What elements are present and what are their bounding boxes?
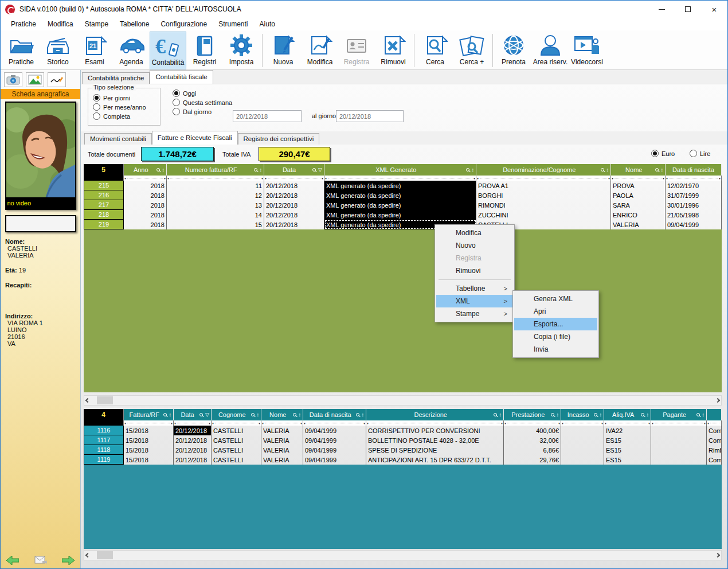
minimize-button[interactable] — [648, 1, 675, 18]
services-hscrollbar[interactable] — [84, 550, 722, 560]
radio-per-giorni[interactable]: Per giorni — [93, 94, 160, 102]
toolbar-button-area-riservata[interactable]: Area riserv. — [532, 32, 569, 69]
toolbar-button-nuova[interactable]: Nuova — [265, 32, 302, 69]
scroll-thumb[interactable] — [97, 396, 113, 404]
table-row[interactable]: 111915/201820/12/2018CASTELLIVALERIA09/0… — [84, 455, 722, 465]
toolbar-button-esami[interactable]: 21 Esami — [76, 32, 113, 69]
menu-stampe[interactable]: Stampe — [79, 19, 114, 29]
column-header-prestazione[interactable]: Prestazione — [504, 409, 561, 420]
previous-record-button[interactable] — [6, 556, 19, 565]
table-row[interactable]: 21720181320/12/2018XML generato (da sped… — [84, 200, 722, 210]
menu-configurazione[interactable]: Configurazione — [155, 19, 213, 29]
submenu-apri[interactable]: Apri — [514, 305, 597, 318]
column-header-data-nascita[interactable]: Data di nascita — [666, 164, 722, 176]
tab-contabilita-pratiche[interactable]: Contabilità pratiche — [82, 72, 150, 84]
radio-per-mese-anno[interactable]: Per mese/anno — [93, 103, 160, 111]
filter-row[interactable]: ▾▾ ▾▾ ▾▾ ▾▾ ▾▾ ▾▾ ▾▾ ▾▾ ▾▾ ▾▾ ▾ — [84, 420, 722, 426]
radio-dal-giorno[interactable]: Dal giorno — [173, 108, 232, 115]
table-row-selected[interactable]: 21920181520/12/2018XML generato (da sped… — [84, 220, 722, 229]
column-header-extra[interactable] — [707, 409, 722, 420]
toolbar-button-rimuovi[interactable]: Rimuovi — [375, 32, 412, 69]
context-menu-tabellone[interactable]: Tabellone> — [436, 282, 513, 295]
context-menu-modifica[interactable]: Modifica — [436, 227, 513, 239]
tab-registro-corrispettivi[interactable]: Registro dei corrispettivi — [238, 133, 320, 145]
filter-row[interactable]: ▾▾ ▾▾ ▾▾ ▾▾ ▾▾ ▾▾ ▾▾ — [84, 176, 722, 181]
context-menu-rimuovi[interactable]: Rimuovi — [436, 264, 513, 277]
calendar-icon: 21 — [82, 33, 107, 58]
tab-contabilita-fiscale[interactable]: Contabilità fiscale — [150, 70, 213, 84]
column-header-xml-generato[interactable]: XML Generato — [324, 164, 476, 176]
column-header-data[interactable]: Data — [264, 164, 324, 176]
tab-fatture-ricevute[interactable]: Fatture e Ricevute Fiscali — [152, 131, 238, 145]
column-header-pagante[interactable]: Pagante — [651, 409, 707, 420]
context-menu-nuovo[interactable]: Nuovo — [436, 239, 513, 252]
column-header-incasso[interactable]: Incasso — [561, 409, 604, 420]
submenu-esporta[interactable]: Esporta... — [514, 318, 597, 330]
toolbar-separator — [492, 34, 493, 67]
radio-lire[interactable]: Lire — [690, 150, 710, 157]
scroll-right-icon[interactable] — [715, 553, 720, 558]
radio-euro[interactable]: Euro — [651, 150, 675, 157]
close-button[interactable]: × — [701, 1, 727, 18]
menu-strumenti[interactable]: Strumenti — [213, 19, 253, 29]
toolbar-button-prenota[interactable]: Prenota — [495, 32, 532, 69]
toolbar-button-registri[interactable]: Registri — [186, 32, 223, 69]
invoices-hscrollbar[interactable] — [84, 395, 722, 406]
send-email-button[interactable] — [34, 556, 47, 565]
radio-oggi[interactable]: Oggi — [173, 89, 232, 97]
context-menu-xml[interactable]: XML> — [436, 295, 513, 307]
signature-box[interactable] — [5, 215, 76, 232]
submenu-invia[interactable]: Invia — [514, 343, 597, 356]
maximize-button[interactable] — [675, 1, 701, 18]
submenu-copia-file[interactable]: Copia (i file) — [514, 330, 597, 343]
toolbar-button-cerca-plus[interactable]: Cerca + — [453, 32, 490, 69]
table-row[interactable]: 21620181220/12/2018XML generato (da sped… — [84, 190, 722, 200]
scroll-left-icon[interactable] — [85, 398, 90, 403]
toolbar-button-videocorsi[interactable]: Videocorsi — [569, 32, 605, 69]
radio-questa-settimana[interactable]: Questa settimana — [173, 99, 232, 106]
table-row[interactable]: 21520181120/12/2018XML generato (da sped… — [84, 181, 722, 190]
menu-tabellone[interactable]: Tabellone — [114, 19, 155, 29]
table-row[interactable]: 111615/201820/12/2018CASTELLIVALERIA09/0… — [84, 426, 722, 435]
toolbar-button-storico[interactable]: Storico — [40, 32, 76, 69]
table-row[interactable]: 111815/201820/12/2018CASTELLIVALERIA09/0… — [84, 445, 722, 455]
toolbar-button-contabilita[interactable]: € Contabilità — [150, 32, 186, 69]
scroll-thumb[interactable] — [97, 551, 113, 559]
menu-modifica[interactable]: Modifica — [42, 19, 79, 29]
column-header-cognome[interactable]: Cognome — [212, 409, 261, 420]
scroll-right-icon[interactable] — [715, 398, 720, 403]
next-record-button[interactable] — [62, 556, 75, 565]
toolbar-button-imposta[interactable]: Imposta — [223, 32, 260, 69]
menu-pratiche[interactable]: Pratiche — [5, 19, 42, 29]
column-header-denominazione[interactable]: Denominazione/Cognome — [476, 164, 611, 176]
context-menu-stampe[interactable]: Stampe> — [436, 307, 513, 320]
column-header-numero-fattura[interactable]: Numero fattura/RF — [167, 164, 264, 176]
services-table-empty-area[interactable] — [84, 465, 722, 549]
toolbar-button-modifica[interactable]: Modifica — [302, 32, 338, 69]
column-header-fattura[interactable]: Fattura/RF — [124, 409, 174, 420]
tab-movimenti-contabili[interactable]: Movimenti contabili — [84, 133, 152, 145]
column-header-nome[interactable]: Nome — [611, 164, 666, 176]
column-header-descrizione[interactable]: Descrizione — [366, 409, 504, 420]
column-header-nome[interactable]: Nome — [261, 409, 303, 420]
from-date-input[interactable] — [233, 110, 302, 122]
submenu-genera-xml[interactable]: Genera XML — [514, 293, 597, 305]
column-header-aliq-iva[interactable]: Aliq.IVA — [604, 409, 651, 420]
column-header-data-nascita[interactable]: Data di nascita — [303, 409, 366, 420]
column-header-data[interactable]: Data — [174, 409, 212, 420]
toolbar-button-cerca[interactable]: Cerca — [417, 32, 453, 69]
table-row[interactable]: 21820181420/12/2018XML generato (da sped… — [84, 210, 722, 220]
table-row[interactable]: 111715/201820/12/2018CASTELLIVALERIA09/0… — [84, 435, 722, 445]
signature-button[interactable] — [48, 72, 66, 87]
invoices-table-empty-area[interactable] — [84, 229, 722, 392]
camera-button[interactable] — [4, 72, 22, 87]
scroll-left-icon[interactable] — [85, 553, 90, 558]
to-date-input[interactable] — [336, 110, 404, 122]
radio-completa[interactable]: Completa — [93, 112, 160, 120]
no-video-label: no video — [6, 200, 75, 209]
toolbar-button-agenda[interactable]: Agenda — [113, 32, 150, 69]
photo-button[interactable] — [26, 72, 44, 87]
toolbar-button-pratiche[interactable]: Pratiche — [3, 32, 40, 69]
menu-aiuto[interactable]: Aiuto — [254, 19, 281, 29]
column-header-anno[interactable]: Anno — [124, 164, 167, 176]
